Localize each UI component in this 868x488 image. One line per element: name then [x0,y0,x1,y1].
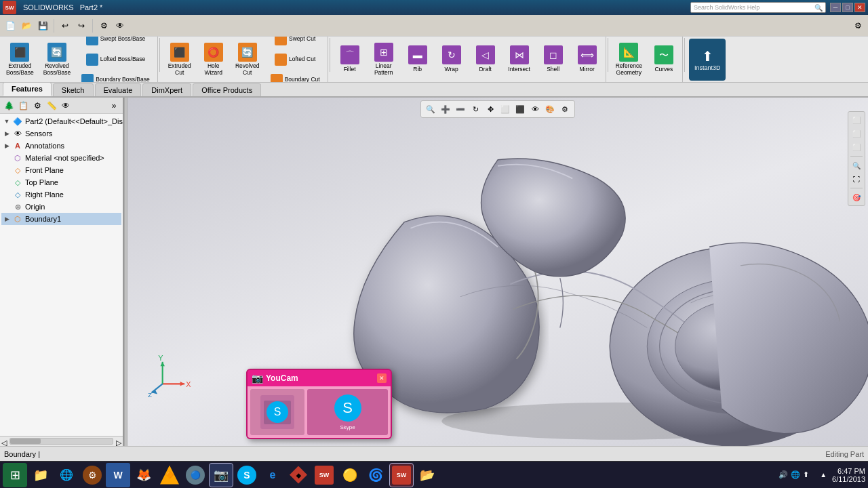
tab-dimxpert[interactable]: DimXpert [142,83,191,96]
redo-button[interactable]: ↪ [74,18,89,33]
revolved-cut-button[interactable]: 🔄 RevolvedCut [231,39,264,81]
draft-button[interactable]: ◁ Draft [469,39,502,81]
tree-item-right-plane[interactable]: ◇ Right Plane [1,188,121,201]
view-front-button[interactable]: ⬜ [850,114,863,126]
horizontal-scrollbar-thumb[interactable] [10,439,41,444]
taskbar-skype[interactable]: S [235,463,259,487]
mirror-button[interactable]: ⟺ Mirror [570,39,604,81]
curves-button[interactable]: 〜 Curves [647,39,681,81]
edit-appearance-button[interactable]: 🎨 [543,102,557,116]
tree-root[interactable]: ▼ 🔷 Part2 (Default<<Default>_Disp [1,115,121,127]
viewport[interactable]: 🔍 ➕ ➖ ↻ ✥ ⬜ ⬛ 👁 🎨 ⚙ [127,98,868,446]
rebuild-button[interactable]: ⚙ [96,18,111,33]
view-orientation-button[interactable]: ⬜ [498,102,512,116]
search-icon[interactable]: 🔍 [814,4,823,12]
tree-item-top-plane[interactable]: ◇ Top Plane [1,176,121,188]
view-right-button[interactable]: ⬜ [850,141,863,153]
taskbar-firefox[interactable]: 🦊 [132,463,156,487]
view-options[interactable]: 👁 [113,18,127,33]
intersect-button[interactable]: ⋈ Intersect [502,39,536,81]
fillet-button[interactable]: ⌒ Fillet [333,39,367,81]
taskbar-vlc[interactable]: 🔶 [157,463,182,487]
taskbar-files[interactable]: 📂 [415,463,439,487]
zoom-fit-button[interactable]: 🔍 [850,159,863,171]
taskbar-sw1[interactable]: SW [312,463,336,487]
taskbar-youcam[interactable]: 📷 [209,463,233,487]
revolved-boss-button[interactable]: 🔄 RevolvedBoss/Base [39,39,76,81]
scroll-right-btn[interactable]: ▷ [116,439,121,444]
lofted-boss-button[interactable]: Lofted Boss/Base [77,49,154,70]
taskbar-app12[interactable]: 🟡 [338,463,362,487]
shell-button[interactable]: ◻ Shell [536,39,570,81]
tree-item-material[interactable]: ⬡ Material <not specified> [1,152,121,164]
rotate-button[interactable]: ↻ [469,102,482,116]
linear-pattern-button[interactable]: ⊞ LinearPattern [367,39,401,81]
reference-geometry-button[interactable]: 📐 ReferenceGeometry [611,39,647,81]
3d-view-button[interactable]: 🎯 [850,191,863,203]
tree-expand-root[interactable]: ▼ [3,117,11,125]
tree-item-boundary1[interactable]: ▶ ⬡ Boundary1 [1,213,121,225]
expand-panel-icon[interactable]: » [108,100,120,112]
zoom-in-button[interactable]: ➕ [439,102,452,116]
tree-item-sensors[interactable]: ▶ 👁 Sensors [1,127,121,140]
close-button[interactable]: ✕ [854,3,865,12]
extruded-cut-button[interactable]: ⬛ ExtrudedCut [163,39,197,81]
display-style-button[interactable]: ⬛ [513,102,527,116]
swept-boss-button[interactable]: Swept Boss/Base [77,37,154,49]
arrow-icon[interactable]: ⬆ [803,470,809,479]
taskbar-app6[interactable]: 🔵 [183,463,208,487]
tab-features[interactable]: Features [3,82,52,96]
zoom-to-fit-button[interactable]: 🔍 [424,102,437,116]
tab-office-products[interactable]: Office Products [193,83,261,96]
expand-sensors[interactable]: ▶ [3,129,11,138]
wrap-button[interactable]: ↻ Wrap [435,39,469,81]
undo-button[interactable]: ↩ [58,18,73,33]
tree-item-origin[interactable]: ⊕ Origin [1,201,121,213]
config-manager-icon[interactable]: ⚙ [31,100,43,112]
lofted-cut-button[interactable]: Lofted Cut [266,49,325,70]
taskbar-app3[interactable]: ⚙ [80,463,104,487]
view-top-button[interactable]: ⬜ [850,127,863,140]
hide-icons-button[interactable]: ▲ [820,471,827,479]
extruded-boss-button[interactable]: ⬛ ExtrudedBoss/Base [1,39,39,81]
open-button[interactable]: 📂 [19,18,34,33]
minimize-button[interactable]: ─ [830,3,841,12]
start-button[interactable]: ⊞ [3,463,27,487]
taskbar-sw2[interactable]: SW [389,463,414,487]
hide-show-button[interactable]: 👁 [528,102,542,116]
rib-button[interactable]: ▬ Rib [401,39,435,81]
pan-button[interactable]: ✥ [484,102,497,116]
tree-item-annotations[interactable]: ▶ A Annotations [1,140,121,152]
youcam-close-button[interactable]: ✕ [377,373,387,383]
boundary-boss-button[interactable]: Boundary Boss/Base [77,70,154,83]
taskbar-chrome[interactable]: 🌐 [54,463,79,487]
tab-sketch[interactable]: Sketch [53,83,94,96]
boundary-cut-button[interactable]: Boundary Cut [266,70,325,83]
display-manager-icon[interactable]: 👁 [60,100,72,112]
taskbar-word[interactable]: W [106,463,130,487]
feature-tree-icon[interactable]: 🌲 [3,100,15,112]
options-button[interactable]: ⚙ [850,18,865,33]
maximize-button[interactable]: □ [842,3,853,12]
scroll-left-btn[interactable]: ◁ [1,439,7,444]
dim-xpert-icon[interactable]: 📏 [45,100,58,112]
clock[interactable]: 6:47 PM 6/11/2013 [832,467,865,483]
save-button[interactable]: 💾 [35,18,50,33]
view-settings-button[interactable]: ⚙ [558,102,572,116]
new-button[interactable]: 📄 [3,18,18,33]
property-manager-icon[interactable]: 📋 [17,100,29,112]
instant3d-button[interactable]: ⬆ Instant3D [689,39,726,81]
volume-icon[interactable]: 🔊 [778,470,788,479]
expand-boundary1[interactable]: ▶ [3,215,11,223]
taskbar-app10[interactable]: ⬥ [286,463,311,487]
taskbar-folder[interactable]: 📁 [28,463,53,487]
taskbar-ie[interactable]: e [260,463,285,487]
network-icon[interactable]: 🌐 [791,470,800,479]
tree-item-front-plane[interactable]: ◇ Front Plane [1,164,121,176]
expand-annotations[interactable]: ▶ [3,142,11,150]
taskbar-app13[interactable]: 🌀 [363,463,388,487]
zoom-out-button[interactable]: ➖ [454,102,467,116]
swept-cut-button[interactable]: Swept Cut [266,37,325,49]
hole-wizard-button[interactable]: ⭕ HoleWizard [197,39,231,81]
full-screen-button[interactable]: ⛶ [850,173,863,185]
